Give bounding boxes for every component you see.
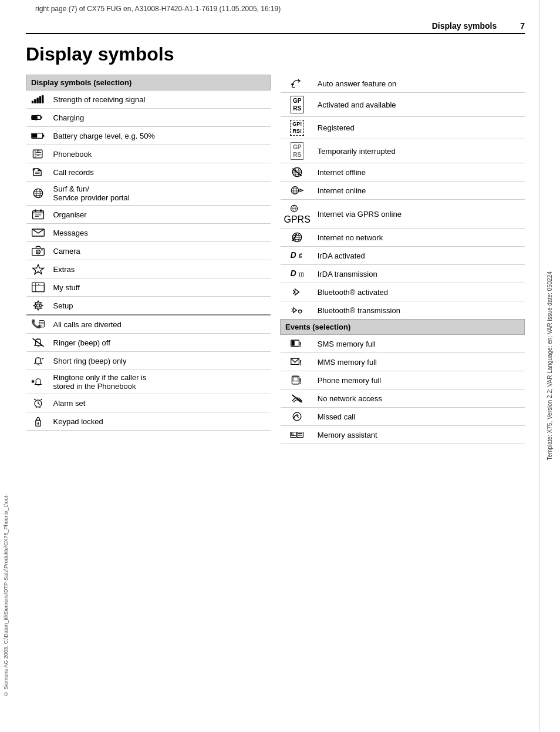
missed-call-icon xyxy=(290,411,304,422)
phone-memory-full-icon: ! xyxy=(290,374,304,386)
svg-rect-113 xyxy=(291,433,293,435)
table-row: Surf & fun/Service provider portal xyxy=(26,182,271,206)
table-row: Ringer (beep) off xyxy=(26,334,271,352)
no-network-icon xyxy=(290,392,304,404)
table-row: GP!RS! Registered xyxy=(281,117,525,139)
svg-rect-13 xyxy=(32,134,37,138)
charging-icon xyxy=(31,112,45,123)
svg-rect-32 xyxy=(40,209,42,211)
label-cell: Camera xyxy=(50,242,271,260)
svg-point-38 xyxy=(37,251,39,253)
table-row: Charging xyxy=(26,109,271,127)
extras-icon xyxy=(31,263,45,275)
table-row: Keypad locked xyxy=(26,412,271,431)
svg-text:D: D xyxy=(291,270,296,278)
callrecords-icon: ✱ xyxy=(31,166,45,178)
icon-cell xyxy=(26,412,50,431)
svg-text:D: D xyxy=(291,251,296,260)
label-cell: Internet online xyxy=(314,182,525,200)
table-row: Messages xyxy=(26,224,271,242)
icon-cell xyxy=(26,394,50,412)
table-row: GPRS Temporarily interrupted xyxy=(281,139,525,163)
columns-layout: Display symbols (selection) xyxy=(26,75,525,444)
icon-cell xyxy=(26,182,50,206)
svg-text:!: ! xyxy=(299,359,302,367)
label-cell: Short ring (beep) only xyxy=(50,352,271,370)
table-row: Short ring (beep) only xyxy=(26,352,271,370)
page-header-title: Display symbols xyxy=(432,21,497,31)
gprs-box-icon: GPRS xyxy=(291,96,303,113)
svg-line-111 xyxy=(297,417,299,418)
table-row: ! Phone memory full xyxy=(281,371,525,389)
icon-cell xyxy=(281,283,314,301)
label-cell: Surf & fun/Service provider portal xyxy=(50,182,271,206)
table-row: ✱ Call records xyxy=(26,163,271,182)
label-cell: Call records xyxy=(50,163,271,182)
label-cell: Internet no network xyxy=(314,229,525,247)
icon-cell xyxy=(26,90,50,109)
left-table: Display symbols (selection) xyxy=(26,75,271,431)
table-row: Internet online xyxy=(281,182,525,200)
ringtoneonly-icon: ✱ · xyxy=(31,376,45,388)
icon-cell xyxy=(281,301,314,320)
svg-line-61 xyxy=(41,399,42,400)
svg-rect-106 xyxy=(293,377,298,381)
setup-icon xyxy=(31,300,45,311)
icon-cell: ! xyxy=(281,335,314,353)
svg-point-44 xyxy=(36,304,39,307)
label-cell: IrDA transmission xyxy=(314,265,525,283)
memory-assistant-icon xyxy=(290,429,304,441)
svg-rect-1 xyxy=(34,99,36,103)
autoanswer-icon xyxy=(290,78,304,89)
table-row: Organiser xyxy=(26,206,271,224)
table-row: GPRS Activated and available xyxy=(281,93,525,117)
icon-cell xyxy=(26,145,50,163)
table-row: My stuff xyxy=(26,278,271,297)
svg-text:!: ! xyxy=(299,341,302,349)
svg-rect-116 xyxy=(298,433,303,434)
table-row: No network access xyxy=(281,389,525,408)
label-cell: No network access xyxy=(314,389,525,408)
svg-line-53 xyxy=(42,358,43,360)
bluetooth-transmission-icon xyxy=(290,304,304,316)
table-row: Internet offline xyxy=(281,163,525,182)
table-row: Memory assistant xyxy=(281,426,525,444)
keypad-icon xyxy=(31,415,45,427)
left-column: Display symbols (selection) xyxy=(26,75,271,444)
organiser-icon xyxy=(31,209,45,220)
icon-cell xyxy=(281,426,314,444)
icon-cell xyxy=(26,334,50,352)
label-cell: Bluetooth® activated xyxy=(314,283,525,301)
irda-activated-icon: D xyxy=(290,250,304,261)
ringeroff-icon xyxy=(31,337,45,348)
internet-offline-icon xyxy=(290,166,304,178)
svg-point-89 xyxy=(299,254,301,256)
svg-text:!: ! xyxy=(299,377,302,385)
sms-full-icon: ! xyxy=(290,338,304,350)
mystuff-icon xyxy=(31,281,45,293)
svg-rect-7 xyxy=(32,116,36,119)
table-row: ! MMS memory full xyxy=(281,353,525,371)
svg-rect-4 xyxy=(42,95,43,103)
alarm-icon xyxy=(31,397,45,409)
label-cell: Ringtone only if the caller isstored in … xyxy=(50,370,271,394)
right-table-body: Auto answer feature on GPRS Activated an… xyxy=(281,75,525,444)
label-cell: Bluetooth® transmission xyxy=(314,301,525,320)
table-row: Battery charge level, e.g. 50% xyxy=(26,127,271,145)
label-cell: Battery charge level, e.g. 50% xyxy=(50,127,271,145)
label-cell: Extras xyxy=(50,260,271,278)
label-cell: Charging xyxy=(50,109,271,127)
svg-point-92 xyxy=(301,257,302,258)
page-title: Display symbols xyxy=(26,43,525,65)
svg-point-18 xyxy=(37,150,39,152)
page-number: 7 xyxy=(520,21,525,31)
gprs-dotted-icon: GP!RS! xyxy=(290,120,304,136)
label-cell: Ringer (beep) off xyxy=(50,334,271,352)
icon-cell xyxy=(26,278,50,297)
table-row: Auto answer feature on xyxy=(281,75,525,93)
svg-rect-0 xyxy=(31,101,33,103)
right-table: Auto answer feature on GPRS Activated an… xyxy=(280,75,525,444)
icon-cell: ✱ xyxy=(26,163,50,182)
icon-cell xyxy=(26,297,50,315)
svg-rect-114 xyxy=(291,435,296,436)
